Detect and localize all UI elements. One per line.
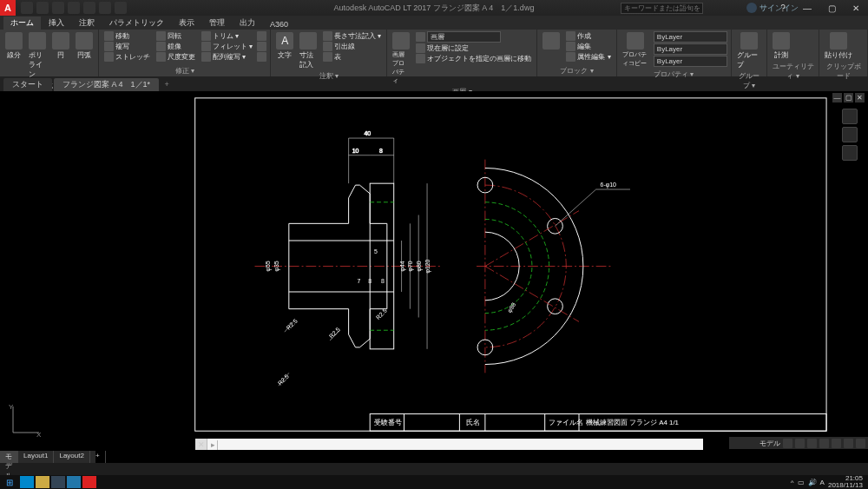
- panel-group-title[interactable]: グループ ▾: [735, 70, 763, 91]
- panel-prop-title[interactable]: プロパティ ▾: [621, 69, 727, 80]
- layout1-tab[interactable]: Layout1: [18, 451, 54, 463]
- minimize-button[interactable]: —: [795, 0, 819, 16]
- blk-edit-button[interactable]: 編集: [564, 42, 612, 51]
- lineweight-dropdown[interactable]: ByLayer: [654, 43, 727, 55]
- copy-button[interactable]: 複写: [102, 42, 152, 51]
- modify-extra3-icon[interactable]: [257, 52, 266, 62]
- qat-plot-icon[interactable]: [83, 2, 95, 14]
- model-space[interactable]: 40 10 8 φ35 φ55 φ44 φ70 φ80 φ120 7: [26, 91, 833, 441]
- help-icon[interactable]: ?: [771, 0, 795, 16]
- panel-clip-title[interactable]: クリップボード: [823, 61, 864, 82]
- lineardim-button[interactable]: 長さ寸法記入 ▾: [321, 31, 383, 41]
- model-tab[interactable]: モデル: [0, 451, 18, 463]
- move-button[interactable]: 移動: [102, 31, 152, 41]
- group-button[interactable]: グループ: [735, 31, 763, 70]
- status-model-label[interactable]: モデル: [760, 439, 780, 448]
- insert-block-button[interactable]: [541, 31, 562, 50]
- maximize-button[interactable]: ▢: [819, 0, 844, 16]
- qat-undo-icon[interactable]: [99, 2, 111, 14]
- layout-add-button[interactable]: +: [90, 451, 106, 463]
- circle-button[interactable]: 円: [50, 31, 71, 61]
- qat-open-icon[interactable]: [36, 2, 49, 14]
- taskbar-mail-icon[interactable]: [67, 476, 81, 488]
- close-button[interactable]: ✕: [844, 0, 868, 16]
- color-dropdown[interactable]: ByLayer: [654, 31, 727, 43]
- panel-util-title[interactable]: ユーティリティ ▾: [771, 61, 816, 82]
- drawing-tab[interactable]: フランジ図案 A 4 1／1*: [54, 78, 159, 91]
- help-search-input[interactable]: [621, 3, 703, 14]
- setcurrent-button[interactable]: 現在層に設定: [414, 43, 533, 53]
- taskbar-edge-icon[interactable]: [20, 476, 34, 488]
- dimension-button[interactable]: 寸法記入: [298, 31, 319, 70]
- tab-view[interactable]: 表示: [172, 17, 201, 30]
- polar-toggle-icon[interactable]: [819, 439, 829, 448]
- tab-manage[interactable]: 管理: [202, 17, 232, 30]
- leader-button[interactable]: 引出線: [321, 42, 383, 51]
- mirror-button[interactable]: 鏡像: [155, 42, 197, 51]
- text-button[interactable]: A文字: [274, 31, 295, 61]
- stretch-button[interactable]: ストレッチ: [102, 52, 152, 62]
- tab-a360[interactable]: A360: [263, 19, 295, 30]
- layout2-tab[interactable]: Layout2: [54, 451, 89, 463]
- tray-chevron-icon[interactable]: ^: [791, 479, 794, 486]
- tray-ime-icon[interactable]: A: [820, 479, 825, 486]
- modify-extra1-icon[interactable]: [257, 31, 266, 41]
- tab-insert[interactable]: 挿入: [42, 17, 71, 30]
- qat-redo-icon[interactable]: [115, 2, 127, 14]
- tab-output[interactable]: 出力: [233, 17, 262, 30]
- movetolayer-button[interactable]: オブジェクトを指定の画層に移動: [414, 54, 533, 63]
- vp-restore-button[interactable]: ▢: [844, 93, 853, 102]
- lwt-toggle-icon[interactable]: [844, 439, 853, 448]
- linetype-dropdown[interactable]: ByLayer: [654, 56, 727, 67]
- taskbar-explorer-icon[interactable]: [36, 476, 49, 488]
- start-button[interactable]: ⊞: [0, 475, 19, 489]
- fillet-button[interactable]: フィレット ▾: [200, 42, 254, 51]
- line-button[interactable]: 線分: [3, 31, 24, 61]
- paste-button[interactable]: 貼り付け: [823, 31, 854, 61]
- app-icon[interactable]: A: [0, 0, 16, 16]
- taskbar-autocad-icon[interactable]: [82, 476, 96, 488]
- blk-create-button[interactable]: 作成: [564, 31, 612, 41]
- drawing-area[interactable]: — ▢ ✕: [0, 91, 868, 463]
- panel-block-title[interactable]: ブロック ▾: [541, 65, 612, 76]
- blk-attr-button[interactable]: 属性編集 ▾: [564, 52, 612, 62]
- measure-button[interactable]: 計測: [771, 31, 792, 61]
- new-tab-button[interactable]: +: [161, 78, 173, 90]
- qat-new-icon[interactable]: [21, 2, 33, 14]
- polyline-button[interactable]: ポリライン: [27, 31, 48, 80]
- panel-modify-title[interactable]: 修正 ▾: [102, 65, 266, 76]
- rotate-button[interactable]: 回転: [155, 31, 197, 41]
- modify-extra2-icon[interactable]: [257, 42, 266, 51]
- tray-date[interactable]: 2018/11/13: [828, 482, 863, 489]
- qat-saveas-icon[interactable]: [68, 2, 80, 14]
- snap-toggle-icon[interactable]: [795, 439, 805, 448]
- cmd-history-icon[interactable]: ✕: [195, 439, 207, 450]
- tab-annotate[interactable]: 注釈: [72, 17, 102, 30]
- osnap-toggle-icon[interactable]: [832, 439, 841, 448]
- layerprops-button[interactable]: 画層プロパティ: [391, 31, 411, 86]
- arc-button[interactable]: 円弧: [74, 31, 95, 61]
- command-line[interactable]: ✕ ▸│: [195, 439, 703, 450]
- array-button[interactable]: 配列複写 ▾: [200, 52, 254, 62]
- scale-button[interactable]: 尺度変更: [155, 52, 197, 62]
- navbar-wheel-icon[interactable]: [842, 109, 858, 124]
- panel-annot-title[interactable]: 注釈 ▾: [274, 70, 383, 82]
- ortho-toggle-icon[interactable]: [807, 439, 817, 448]
- taskbar-store-icon[interactable]: [51, 476, 65, 488]
- customize-icon[interactable]: [856, 439, 865, 448]
- navbar-pan-icon[interactable]: [842, 127, 858, 142]
- tab-parametric[interactable]: パラメトリック: [102, 17, 171, 30]
- start-tab[interactable]: スタート: [3, 78, 52, 91]
- tray-network-icon[interactable]: ▭: [798, 479, 805, 486]
- navbar-zoom-icon[interactable]: [842, 145, 858, 161]
- qat-save-icon[interactable]: [52, 2, 64, 14]
- vp-minimize-button[interactable]: —: [832, 93, 842, 102]
- matchprop-button[interactable]: プロパティコピー: [621, 31, 651, 69]
- tab-home[interactable]: ホーム: [3, 17, 41, 30]
- vp-close-button[interactable]: ✕: [855, 93, 865, 102]
- grid-toggle-icon[interactable]: [783, 439, 792, 448]
- tray-volume-icon[interactable]: 🔊: [808, 479, 817, 486]
- trim-button[interactable]: トリム ▾: [200, 31, 254, 41]
- layer-dropdown[interactable]: 画層: [427, 31, 501, 43]
- table-button[interactable]: 表: [321, 52, 383, 62]
